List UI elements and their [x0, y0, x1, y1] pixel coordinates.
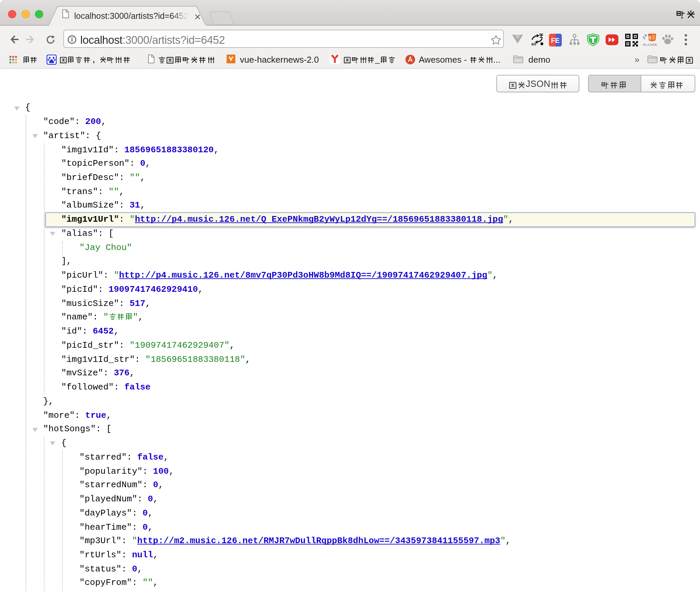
svg-text:5: 5 [649, 35, 651, 40]
svg-text:PLAYER: PLAYER [643, 43, 657, 46]
svg-text:FE: FE [551, 36, 560, 44]
svg-text:en: en [531, 42, 536, 46]
